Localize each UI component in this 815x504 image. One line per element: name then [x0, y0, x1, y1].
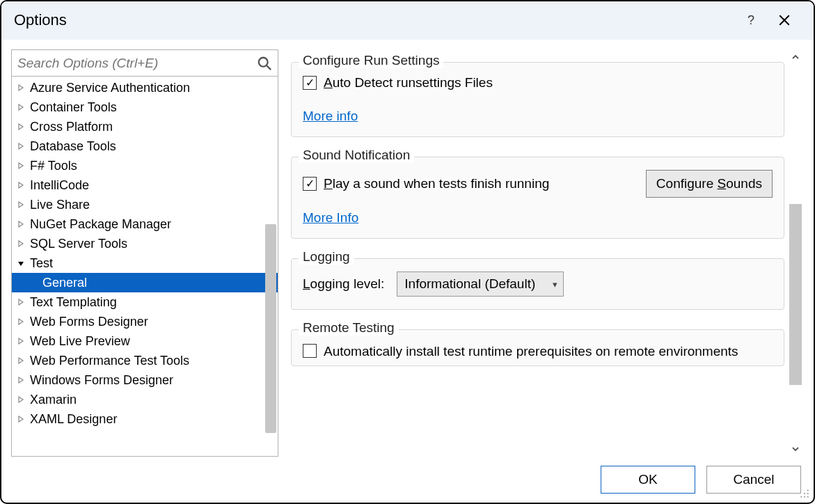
tree-item-label: F# Tools: [30, 159, 77, 173]
tree-item[interactable]: Container Tools: [12, 97, 278, 117]
configure-sounds-button[interactable]: Configure Sounds: [646, 170, 773, 198]
tree-item[interactable]: SQL Server Tools: [12, 234, 278, 253]
section-sound: Sound Notification Play a sound when tes…: [291, 157, 784, 239]
close-icon: [778, 14, 791, 26]
tree-item[interactable]: Web Performance Test Tools: [12, 351, 278, 370]
tree-item[interactable]: Database Tools: [12, 136, 278, 156]
run-settings-more-info-link[interactable]: More info: [303, 109, 358, 124]
tree-item-label: Xamarin: [30, 393, 77, 407]
remote-auto-install-label: Automatically install test runtime prere…: [324, 342, 738, 361]
svg-line-1: [267, 65, 271, 69]
tree-item[interactable]: F# Tools: [12, 156, 278, 175]
tree-item-label: Live Share: [30, 198, 90, 212]
tree-item-label: Azure Service Authentication: [30, 81, 190, 95]
tree-caret-collapsed-icon: [16, 200, 26, 210]
svg-point-0: [259, 57, 268, 66]
logging-level-value: Informational (Default): [404, 276, 535, 291]
options-tree[interactable]: Azure Service AuthenticationContainer To…: [12, 77, 278, 456]
svg-point-3: [804, 496, 805, 498]
tree-item-label: Web Performance Test Tools: [30, 354, 189, 368]
tree-item-label: SQL Server Tools: [30, 237, 127, 251]
ok-button[interactable]: OK: [601, 466, 695, 494]
tree-item-label: Web Live Preview: [30, 334, 130, 349]
tree-item[interactable]: Azure Service Authentication: [12, 78, 278, 97]
tree-item-label: IntelliCode: [30, 178, 89, 193]
logging-level-label: Logging level:: [303, 276, 384, 292]
search-icon: [257, 56, 272, 71]
play-sound-checkbox[interactable]: [303, 177, 317, 191]
tree-caret-collapsed-icon: [16, 317, 26, 326]
chevron-down-icon: [791, 445, 800, 453]
tree-caret-collapsed-icon: [16, 239, 26, 249]
tree-item-label: Windows Forms Designer: [30, 373, 173, 388]
close-button[interactable]: [768, 6, 801, 34]
options-dialog: Options ? Azure Service AuthenticationCo…: [0, 0, 815, 504]
svg-point-2: [807, 496, 809, 498]
tree-item-label: Web Forms Designer: [30, 315, 148, 329]
tree-item[interactable]: Live Share: [12, 195, 278, 214]
tree-caret-collapsed-icon: [16, 141, 26, 151]
tree-item[interactable]: Cross Platform: [12, 117, 278, 136]
section-remote: Remote Testing Automatically install tes…: [291, 329, 784, 366]
tree-item-label: Cross Platform: [30, 120, 113, 134]
logging-level-select[interactable]: Informational (Default) ▾: [397, 271, 564, 297]
logging-legend: Logging: [299, 249, 354, 265]
cancel-button[interactable]: Cancel: [706, 466, 801, 494]
svg-point-7: [807, 489, 809, 491]
svg-point-5: [800, 496, 802, 498]
tree-item[interactable]: NuGet Package Manager: [12, 214, 278, 234]
resize-grip-icon[interactable]: [800, 489, 809, 498]
tree-item-label: XAML Designer: [30, 412, 117, 427]
remote-legend: Remote Testing: [299, 320, 399, 336]
search-input[interactable]: [16, 53, 257, 74]
scroll-down-button[interactable]: [788, 441, 803, 457]
tree-caret-collapsed-icon: [16, 336, 26, 346]
section-logging: Logging Logging level: Informational (De…: [291, 258, 784, 310]
content-scrollbar[interactable]: [787, 49, 804, 457]
play-sound-label: Play a sound when tests finish running: [324, 176, 549, 191]
window-title: Options: [14, 11, 67, 29]
tree-item-label: General: [42, 276, 87, 290]
tree-caret-collapsed-icon: [16, 180, 26, 190]
scrollbar-thumb[interactable]: [789, 204, 802, 385]
sound-more-info-link[interactable]: More Info: [303, 210, 358, 226]
dialog-footer: OK Cancel: [1, 457, 814, 503]
run-settings-legend: Configure Run Settings: [299, 53, 443, 68]
tree-caret-collapsed-icon: [16, 102, 26, 112]
tree-item-child[interactable]: General: [12, 273, 278, 292]
help-button[interactable]: ?: [734, 6, 768, 34]
auto-detect-row: Auto Detect runsettings Files: [303, 75, 773, 90]
auto-detect-label: Auto Detect runsettings Files: [324, 75, 493, 90]
tree-caret-collapsed-icon: [16, 356, 26, 365]
tree-caret-collapsed-icon: [16, 122, 26, 132]
tree-item-label: Text Templating: [30, 295, 117, 310]
tree-item-label: Container Tools: [30, 100, 117, 115]
tree-item[interactable]: Test: [12, 253, 278, 273]
tree-scrollbar[interactable]: [265, 224, 276, 433]
section-run-settings: Configure Run Settings Auto Detect runse…: [291, 62, 784, 137]
remote-auto-install-checkbox[interactable]: [303, 344, 317, 358]
options-content-panel: Configure Run Settings Auto Detect runse…: [291, 49, 804, 457]
play-sound-row: Play a sound when tests finish running: [303, 176, 646, 191]
svg-point-6: [804, 493, 805, 494]
tree-caret-collapsed-icon: [16, 414, 26, 424]
tree-item[interactable]: Windows Forms Designer: [12, 370, 278, 390]
scroll-up-button[interactable]: [788, 49, 803, 65]
chevron-up-icon: [791, 53, 800, 61]
tree-item[interactable]: Xamarin: [12, 390, 278, 409]
tree-caret-collapsed-icon: [16, 375, 26, 385]
tree-item[interactable]: Text Templating: [12, 292, 278, 312]
tree-caret-collapsed-icon: [16, 219, 26, 229]
tree-caret-collapsed-icon: [16, 161, 26, 171]
sound-legend: Sound Notification: [299, 148, 414, 163]
tree-item[interactable]: Web Live Preview: [12, 331, 278, 351]
tree-item-label: Database Tools: [30, 139, 116, 154]
tree-item[interactable]: IntelliCode: [12, 175, 278, 195]
svg-point-4: [807, 493, 809, 494]
tree-item[interactable]: Web Forms Designer: [12, 312, 278, 331]
tree-caret-expanded-icon: [16, 258, 26, 268]
tree-item[interactable]: XAML Designer: [12, 409, 278, 429]
auto-detect-checkbox[interactable]: [303, 76, 317, 90]
search-row: [12, 50, 278, 77]
tree-item-label: Test: [30, 256, 53, 271]
